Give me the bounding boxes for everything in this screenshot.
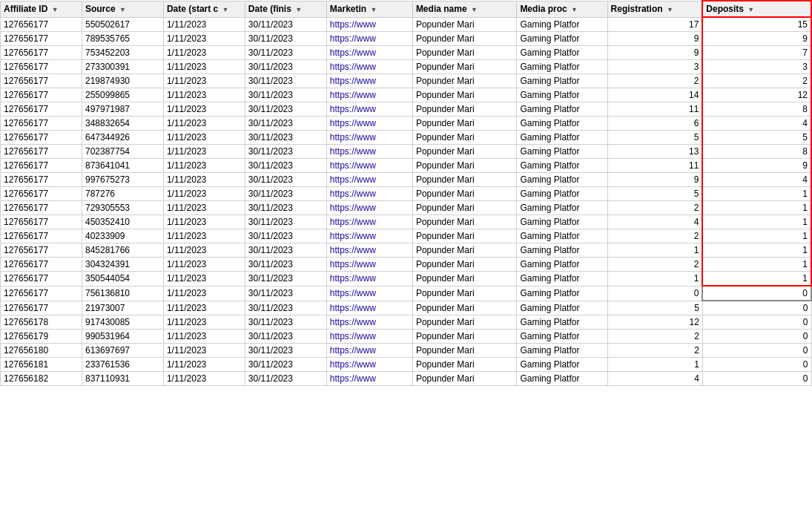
sort-icon-deposits: ▼: [747, 6, 754, 13]
cell-affiliate-id: 127656177: [1, 17, 82, 32]
cell-media-name: Popunder Mari: [412, 46, 517, 60]
cell-media-name: Popunder Mari: [412, 201, 517, 215]
cell-deposits: 12: [702, 88, 811, 102]
cell-date-start: 1/11/2023: [163, 272, 245, 287]
col-header-affiliate-id[interactable]: Affiliate ID ▼: [1, 1, 82, 17]
table-row: 1276561776473449261/11/202330/11/2023htt…: [1, 131, 812, 145]
col-header-media-proc[interactable]: Media proc ▼: [517, 1, 607, 17]
cell-registration: 17: [607, 17, 702, 32]
cell-media-name: Popunder Mari: [412, 344, 517, 358]
col-header-registration[interactable]: Registration ▼: [607, 1, 702, 17]
cell-deposits: 0: [702, 344, 811, 358]
cell-registration: 13: [607, 145, 702, 159]
cell-registration: 14: [607, 88, 702, 102]
cell-date-start: 1/11/2023: [163, 229, 245, 243]
cell-date-finish: 30/11/2023: [245, 272, 326, 287]
cell-source: 789535765: [82, 32, 163, 46]
cell-date-start: 1/11/2023: [163, 358, 245, 372]
cell-affiliate-id: 127656180: [1, 344, 82, 358]
cell-deposits: 5: [702, 131, 811, 145]
sort-icon-date-finish: ▼: [295, 6, 302, 13]
cell-marketing: https://www: [326, 229, 412, 243]
cell-date-finish: 30/11/2023: [245, 102, 326, 117]
cell-date-start: 1/11/2023: [163, 258, 245, 272]
cell-marketing: https://www: [326, 74, 412, 88]
cell-marketing: https://www: [326, 330, 412, 344]
cell-marketing: https://www: [326, 215, 412, 229]
data-table-container: Affiliate ID ▼ Source ▼ Date (start c ▼ …: [0, 0, 812, 386]
cell-marketing: https://www: [326, 301, 412, 315]
cell-affiliate-id: 127656177: [1, 201, 82, 215]
cell-media-proc: Gaming Platfor: [517, 358, 607, 372]
table-row: 1276561777872761/11/202330/11/2023https:…: [1, 187, 812, 201]
cell-date-finish: 30/11/2023: [245, 372, 326, 386]
cell-media-name: Popunder Mari: [412, 243, 517, 258]
col-header-media-name[interactable]: Media name ▼: [412, 1, 517, 17]
cell-media-proc: Gaming Platfor: [517, 32, 607, 46]
cell-affiliate-id: 127656177: [1, 46, 82, 60]
sort-icon-media-proc: ▼: [571, 6, 578, 13]
table-row: 1276561773505440541/11/202330/11/2023htt…: [1, 272, 812, 287]
cell-affiliate-id: 127656177: [1, 173, 82, 187]
cell-date-finish: 30/11/2023: [245, 258, 326, 272]
cell-affiliate-id: 127656177: [1, 258, 82, 272]
cell-marketing: https://www: [326, 372, 412, 386]
cell-affiliate-id: 127656177: [1, 74, 82, 88]
sort-icon-affiliate: ▼: [52, 6, 59, 13]
table-row: 1276561779976752731/11/202330/11/2023htt…: [1, 173, 812, 187]
cell-affiliate-id: 127656177: [1, 117, 82, 131]
cell-media-name: Popunder Mari: [412, 145, 517, 159]
table-row: 127656177219730071/11/202330/11/2023http…: [1, 301, 812, 315]
cell-date-finish: 30/11/2023: [245, 46, 326, 60]
cell-media-proc: Gaming Platfor: [517, 117, 607, 131]
cell-registration: 4: [607, 372, 702, 386]
cell-deposits: 1: [702, 272, 811, 287]
col-header-date-finish[interactable]: Date (finis ▼: [245, 1, 326, 17]
cell-affiliate-id: 127656177: [1, 243, 82, 258]
cell-media-name: Popunder Mari: [412, 229, 517, 243]
cell-registration: 2: [607, 344, 702, 358]
col-header-deposits[interactable]: Deposits ▼: [702, 1, 811, 17]
cell-source: 40233909: [82, 229, 163, 243]
cell-deposits: 8: [702, 145, 811, 159]
cell-media-name: Popunder Mari: [412, 88, 517, 102]
cell-date-start: 1/11/2023: [163, 286, 245, 301]
cell-date-start: 1/11/2023: [163, 315, 245, 330]
cell-marketing: https://www: [326, 201, 412, 215]
cell-affiliate-id: 127656177: [1, 102, 82, 117]
cell-deposits: 4: [702, 173, 811, 187]
cell-media-name: Popunder Mari: [412, 102, 517, 117]
table-row: 1276561772550998651/11/202330/11/2023htt…: [1, 88, 812, 102]
cell-marketing: https://www: [326, 243, 412, 258]
cell-media-name: Popunder Mari: [412, 173, 517, 187]
cell-marketing: https://www: [326, 131, 412, 145]
cell-affiliate-id: 127656177: [1, 60, 82, 74]
cell-marketing: https://www: [326, 358, 412, 372]
cell-registration: 2: [607, 74, 702, 88]
cell-deposits: 9: [702, 159, 811, 173]
cell-source: 753452203: [82, 46, 163, 60]
cell-date-finish: 30/11/2023: [245, 32, 326, 46]
col-header-marketing[interactable]: Marketin ▼: [326, 1, 412, 17]
table-row: 1276561774503524101/11/202330/11/2023htt…: [1, 215, 812, 229]
cell-media-proc: Gaming Platfor: [517, 372, 607, 386]
cell-media-name: Popunder Mari: [412, 286, 517, 301]
cell-deposits: 4: [702, 117, 811, 131]
cell-deposits: 15: [702, 17, 811, 32]
cell-media-proc: Gaming Platfor: [517, 301, 607, 315]
cell-affiliate-id: 127656177: [1, 187, 82, 201]
cell-media-proc: Gaming Platfor: [517, 46, 607, 60]
col-header-date-start[interactable]: Date (start c ▼: [163, 1, 245, 17]
cell-deposits: 0: [702, 286, 811, 301]
cell-source: 273300391: [82, 60, 163, 74]
cell-date-start: 1/11/2023: [163, 243, 245, 258]
cell-deposits: 1: [702, 258, 811, 272]
cell-registration: 5: [607, 187, 702, 201]
cell-source: 304324391: [82, 258, 163, 272]
cell-registration: 2: [607, 229, 702, 243]
cell-date-start: 1/11/2023: [163, 201, 245, 215]
cell-media-proc: Gaming Platfor: [517, 286, 607, 301]
cell-date-start: 1/11/2023: [163, 117, 245, 131]
table-row: 1276561772733003911/11/202330/11/2023htt…: [1, 60, 812, 74]
col-header-source[interactable]: Source ▼: [82, 1, 163, 17]
